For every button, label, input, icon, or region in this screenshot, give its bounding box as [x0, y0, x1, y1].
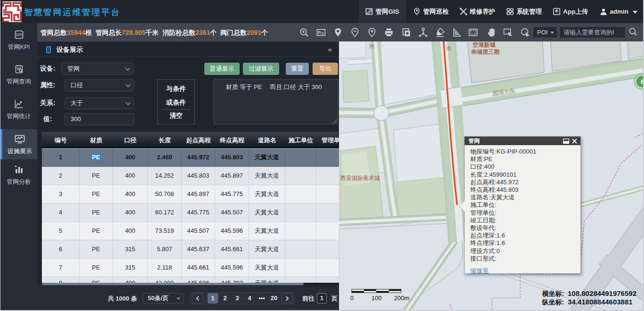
- svg-text:100: 100: [371, 295, 382, 302]
- svg-text:空港新城: 空港新城: [473, 41, 496, 48]
- svg-text:道: 道: [446, 45, 451, 51]
- svg-text:6: 6: [641, 79, 643, 85]
- svg-text:200m: 200m: [394, 295, 410, 302]
- svg-text:跨: 跨: [369, 43, 374, 49]
- svg-text:0: 0: [350, 295, 354, 302]
- svg-text:幸福里三期: 幸福里三期: [471, 49, 499, 55]
- svg-text:kPI: kPI: [16, 33, 22, 37]
- svg-text:西安国际美术城: 西安国际美术城: [340, 175, 380, 181]
